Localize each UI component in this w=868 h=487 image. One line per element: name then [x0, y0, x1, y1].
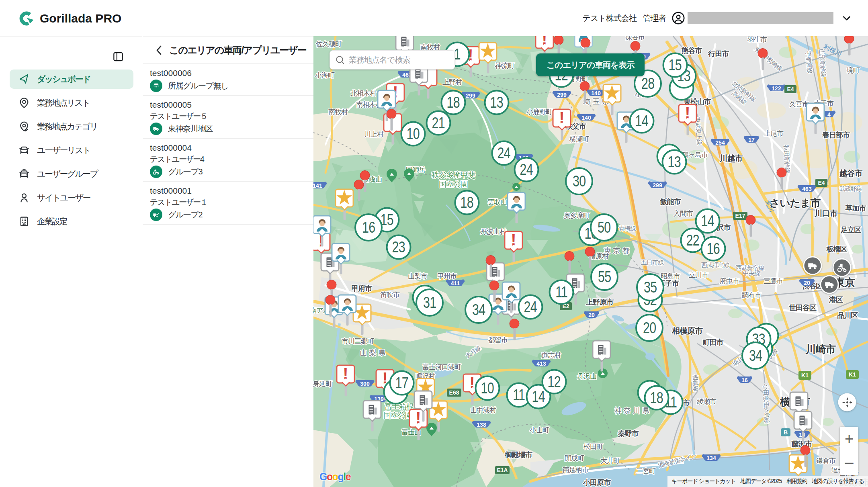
svg-text:254: 254: [715, 139, 725, 146]
svg-text:町田市: 町田市: [703, 338, 724, 346]
svg-text:E4: E4: [818, 180, 825, 186]
svg-text:秩父多摩甲斐: 秩父多摩甲斐: [432, 171, 475, 179]
svg-text:E1A: E1A: [497, 467, 508, 473]
svg-text:さいたま市: さいたま市: [769, 197, 821, 209]
svg-text:鎌倉市: 鎌倉市: [816, 457, 836, 464]
svg-text:B: B: [784, 429, 788, 436]
svg-text:横瀬町: 横瀬町: [569, 135, 589, 143]
svg-text:国立公園: 国立公園: [439, 180, 468, 188]
svg-text:羽生市: 羽生市: [747, 36, 767, 43]
svg-text:松田町: 松田町: [583, 443, 603, 450]
svg-text:大井町: 大井町: [600, 457, 620, 464]
svg-text:141: 141: [313, 182, 322, 189]
svg-text:立川市: 立川市: [689, 271, 708, 279]
svg-text:上野村: 上野村: [442, 78, 462, 86]
svg-text:武蔵野線: 武蔵野線: [839, 185, 862, 192]
svg-text:川口市: 川口市: [814, 209, 838, 218]
svg-text:山中湖村: 山中湖村: [470, 406, 496, 414]
svg-text:E17: E17: [735, 213, 745, 219]
svg-text:国立公園: 国立公園: [383, 411, 412, 419]
svg-text:E4: E4: [787, 86, 794, 92]
svg-text:雲取山: 雲取山: [487, 198, 507, 206]
svg-text:川上村: 川上村: [364, 131, 384, 138]
svg-text:411: 411: [451, 280, 460, 286]
svg-text:川越市: 川越市: [719, 154, 743, 163]
svg-text:小田原市: 小田原市: [583, 479, 611, 487]
svg-text:川崎市: 川崎市: [805, 343, 836, 355]
svg-text:身延町: 身延町: [313, 380, 332, 388]
svg-text:北相木村: 北相木村: [350, 90, 377, 97]
svg-text:行田市: 行田市: [708, 50, 729, 58]
svg-text:丹波山村: 丹波山村: [480, 228, 506, 235]
svg-text:港区: 港区: [829, 296, 843, 304]
svg-text:463: 463: [802, 186, 812, 192]
svg-text:入間市: 入間市: [674, 210, 693, 217]
svg-text:綾瀬市: 綾瀬市: [697, 398, 717, 405]
svg-text:道志村: 道志村: [541, 352, 561, 359]
svg-text:西武拝島線: 西武拝島線: [701, 262, 730, 268]
svg-text:足立区: 足立区: [840, 226, 862, 234]
svg-text:20: 20: [588, 312, 595, 318]
svg-text:122: 122: [772, 85, 781, 92]
svg-text:奥多摩町: 奥多摩町: [564, 212, 590, 219]
svg-text:市川三郷町: 市川三郷町: [342, 338, 374, 345]
svg-text:小鹿野町: 小鹿野町: [526, 108, 553, 116]
svg-text:小海町: 小海町: [315, 72, 335, 79]
svg-text:境町: 境町: [846, 67, 860, 74]
svg-text:299: 299: [557, 92, 567, 98]
svg-text:140: 140: [591, 90, 601, 96]
svg-text:相模線: 相模線: [692, 374, 700, 392]
svg-text:K1: K1: [801, 372, 809, 379]
svg-text:三鷹市: 三鷹市: [764, 277, 783, 285]
svg-text:熊谷市: 熊谷市: [682, 47, 702, 55]
svg-text:春日部市: 春日部市: [822, 131, 850, 139]
svg-text:20: 20: [804, 280, 810, 286]
svg-text:413: 413: [536, 360, 546, 367]
svg-text:品川区: 品川区: [837, 311, 858, 319]
svg-text:E68: E68: [449, 389, 459, 396]
svg-text:飯能市: 飯能市: [660, 198, 681, 206]
svg-text:都留市: 都留市: [488, 336, 508, 344]
svg-text:17: 17: [748, 137, 755, 143]
svg-text:富士河口湖町: 富士河口湖町: [422, 363, 461, 371]
svg-text:山梨県: 山梨県: [360, 349, 388, 357]
svg-text:御殿場市: 御殿場市: [504, 451, 532, 459]
svg-text:秦野市: 秦野市: [618, 430, 639, 438]
svg-text:神流町: 神流町: [495, 62, 515, 70]
svg-text:草加市: 草加市: [845, 204, 866, 212]
svg-text:世田谷区: 世田谷区: [788, 304, 817, 312]
svg-text:丹沢山: 丹沢山: [577, 372, 596, 380]
svg-text:板橋区: 板橋区: [826, 245, 848, 253]
svg-text:山梨市: 山梨市: [408, 272, 428, 280]
svg-text:南牧村: 南牧村: [328, 108, 348, 116]
svg-text:K1: K1: [849, 371, 856, 378]
svg-text:府中市: 府中市: [720, 277, 739, 285]
svg-text:調布市: 調布市: [742, 291, 762, 299]
svg-text:西武新宿線: 西武新宿線: [736, 264, 764, 271]
svg-text:佐久穂町: 佐久穂町: [316, 40, 342, 48]
svg-text:299: 299: [466, 92, 475, 99]
svg-text:上尾市: 上尾市: [764, 130, 784, 137]
svg-text:相模原市: 相模原市: [671, 326, 703, 335]
svg-text:小山町: 小山町: [529, 426, 549, 434]
svg-text:青梅線: 青梅線: [619, 225, 636, 231]
svg-text:甲州市: 甲州市: [437, 272, 457, 280]
svg-text:甲府市: 甲府市: [352, 284, 373, 293]
svg-text:299: 299: [653, 182, 662, 188]
svg-text:4: 4: [827, 111, 831, 118]
svg-text:上野原市: 上野原市: [585, 298, 614, 306]
svg-text:笛吹市: 笛吹市: [380, 291, 400, 299]
svg-text:神奈川県: 神奈川県: [614, 407, 651, 415]
svg-text:300: 300: [360, 381, 370, 387]
svg-text:開成町: 開成町: [565, 454, 584, 462]
svg-text:16: 16: [741, 377, 748, 383]
svg-text:138: 138: [477, 422, 486, 428]
svg-text:小田急江ノ島線: 小田急江ノ島線: [762, 383, 770, 424]
svg-text:140: 140: [581, 115, 591, 121]
svg-text:二宮町: 二宮町: [636, 467, 656, 475]
svg-text:五日市線: 五日市線: [641, 259, 664, 266]
svg-text:越谷市: 越谷市: [839, 169, 863, 178]
svg-text:南足柄市: 南足柄市: [563, 466, 589, 474]
svg-text:深谷市: 深谷市: [625, 36, 645, 41]
svg-text:134: 134: [706, 455, 716, 461]
